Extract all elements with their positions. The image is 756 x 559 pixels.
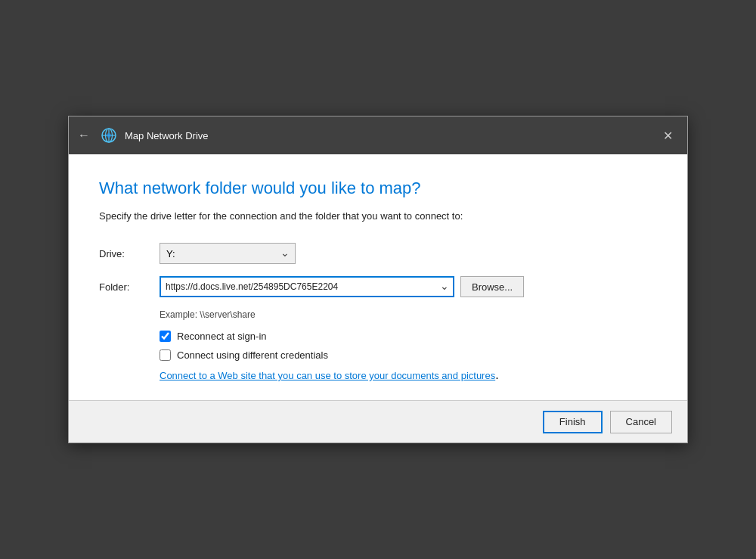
finish-button[interactable]: Finish bbox=[543, 411, 603, 433]
folder-row: Folder: Browse... bbox=[99, 276, 657, 297]
reconnect-row: Reconnect at sign-in bbox=[160, 331, 657, 342]
svg-point-4 bbox=[107, 133, 111, 138]
reconnect-checkbox[interactable] bbox=[160, 331, 171, 342]
web-link-row: Connect to a Web site that you can use t… bbox=[160, 368, 657, 382]
dialog-heading: What network folder would you like to ma… bbox=[99, 179, 657, 198]
drive-select[interactable]: Y: Z: X: W: bbox=[160, 243, 296, 264]
title-bar: ← Map Network Drive ✕ bbox=[69, 116, 687, 154]
browse-button[interactable]: Browse... bbox=[460, 276, 524, 297]
dialog-footer: Finish Cancel bbox=[69, 400, 687, 443]
folder-label: Folder: bbox=[99, 281, 160, 293]
network-drive-icon bbox=[101, 127, 117, 144]
folder-input[interactable] bbox=[160, 276, 454, 297]
dialog-title: Map Network Drive bbox=[125, 130, 649, 141]
different-credentials-label: Connect using different credentials bbox=[177, 349, 328, 361]
web-site-link[interactable]: Connect to a Web site that you can use t… bbox=[160, 370, 495, 381]
dialog-body: What network folder would you like to ma… bbox=[69, 154, 687, 400]
different-cred-row: Connect using different credentials bbox=[160, 349, 657, 361]
map-network-drive-dialog: ← Map Network Drive ✕ What network folde… bbox=[68, 116, 688, 443]
folder-input-group: Browse... bbox=[160, 276, 524, 297]
drive-select-wrapper: Y: Z: X: W: bbox=[160, 243, 296, 264]
different-credentials-checkbox[interactable] bbox=[160, 349, 171, 361]
drive-label: Drive: bbox=[99, 248, 160, 259]
example-text: Example: \\server\share bbox=[160, 309, 657, 320]
folder-input-wrapper bbox=[160, 276, 454, 297]
cancel-button[interactable]: Cancel bbox=[610, 411, 672, 433]
web-link-period: . bbox=[495, 368, 498, 381]
dialog-description: Specify the drive letter for the connect… bbox=[99, 210, 657, 222]
close-button[interactable]: ✕ bbox=[657, 125, 678, 146]
reconnect-label: Reconnect at sign-in bbox=[177, 331, 267, 342]
back-button[interactable]: ← bbox=[78, 129, 90, 142]
drive-row: Drive: Y: Z: X: W: bbox=[99, 243, 657, 264]
